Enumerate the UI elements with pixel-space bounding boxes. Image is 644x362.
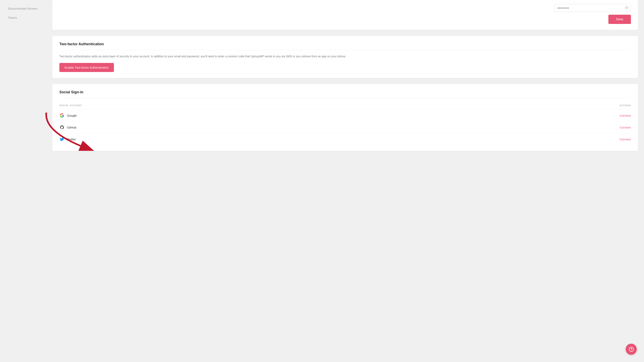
github-icon <box>59 125 64 130</box>
social-signin-card: Social Sign-in SOCIAL ACCOUNT ACTIONS <box>52 84 638 151</box>
google-label: Google <box>67 114 77 117</box>
main-content: Save Two-factor Authentication Two-facto… <box>46 0 644 362</box>
help-button[interactable] <box>626 344 637 355</box>
col-header-social-account: SOCIAL ACCOUNT <box>59 102 440 110</box>
sidebar: Disconnected Servers Teams <box>0 0 46 362</box>
google-icon <box>59 113 64 118</box>
sidebar-item-teams[interactable]: Teams <box>0 13 46 22</box>
sidebar-item-disconnected-servers[interactable]: Disconnected Servers <box>0 4 46 13</box>
two-factor-title: Two-factor Authentication <box>59 42 631 50</box>
two-factor-card: Two-factor Authentication Two-factor aut… <box>52 36 638 78</box>
password-input-wrap <box>554 4 631 12</box>
github-actions-cell: Connect <box>440 121 631 133</box>
password-card: Save <box>52 0 638 30</box>
google-connect-link[interactable]: Connect <box>620 114 631 117</box>
social-accounts-table: SOCIAL ACCOUNT ACTIONS <box>59 102 631 145</box>
save-button[interactable]: Save <box>608 15 631 24</box>
github-label: GitHub <box>67 126 76 129</box>
google-actions-cell: Connect <box>440 110 631 121</box>
svg-point-0 <box>626 7 627 8</box>
social-signin-title: Social Sign-in <box>59 90 631 98</box>
table-row: Google Connect <box>59 110 631 121</box>
twitter-icon <box>59 137 64 142</box>
two-factor-description: Two-factor authentication adds an extra … <box>59 54 631 58</box>
google-account-cell: Google <box>59 110 440 121</box>
github-connect-link[interactable]: Connect <box>620 126 631 129</box>
enable-two-factor-button[interactable]: Enable Two-factor Authentication <box>59 63 114 72</box>
twitter-label: Twitter <box>67 138 76 141</box>
password-toggle-icon[interactable] <box>625 6 628 10</box>
col-header-actions: ACTIONS <box>440 102 631 110</box>
github-account-cell: GitHub <box>59 121 440 133</box>
password-input[interactable] <box>554 4 631 12</box>
twitter-actions-cell: Connect <box>440 133 631 145</box>
twitter-connect-link[interactable]: Connect <box>620 138 631 141</box>
table-row: Twitter Connect <box>59 133 631 145</box>
table-row: GitHub Connect <box>59 121 631 133</box>
twitter-account-cell: Twitter <box>59 133 440 145</box>
help-icon <box>629 347 634 352</box>
